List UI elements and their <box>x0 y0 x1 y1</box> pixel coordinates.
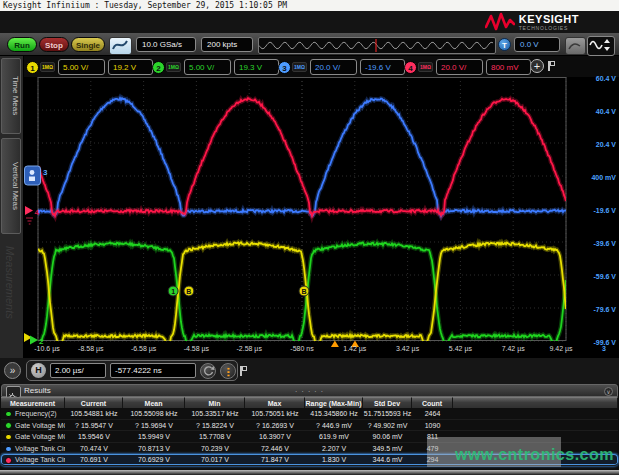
stop-button[interactable]: Stop <box>39 37 69 52</box>
collapse-results-button[interactable]: ∨ <box>604 387 613 396</box>
x-axis-label: -6.58 µs <box>118 345 170 352</box>
ch4-ground-marker-icon <box>25 206 33 215</box>
channel-3-coupling: 1MΩ <box>292 62 307 72</box>
horizontal-badge[interactable]: H <box>31 363 46 378</box>
channel-2-button[interactable]: 2 <box>152 61 165 74</box>
column-header-measurement: Measurement <box>1 397 65 408</box>
measurement-value: 70.6929 V <box>123 454 185 465</box>
channel-2-scale-box[interactable]: 5.00 V/ <box>184 59 231 75</box>
channel-3-scale-box[interactable]: 20.0 V/ <box>310 59 357 75</box>
measurement-value: 71.847 V <box>245 454 305 465</box>
measurement-value: 72.446 V <box>245 443 305 454</box>
y-axis-label: -39.6 V <box>572 240 616 247</box>
title-bar: Keysight Infiniium : Tuesday, September … <box>0 0 619 11</box>
measurement-value: 105.33517 kHz <box>185 408 245 419</box>
autoscale-icon[interactable] <box>587 36 615 56</box>
svg-text:B: B <box>186 288 191 295</box>
expand-panel-button[interactable]: » <box>4 362 21 379</box>
x-axis-label: 9.42 µs <box>535 345 587 352</box>
scope-svg[interactable]: 3 4 2 1 B B <box>24 77 619 358</box>
column-header-current: Current <box>65 397 123 408</box>
run-button[interactable]: Run <box>7 37 37 52</box>
channel-2-offset-box[interactable]: 19.3 V <box>234 59 279 75</box>
measurement-row[interactable]: Gate Voltage MC? 15.9547 V? 15.9694 V? 1… <box>1 420 618 432</box>
measurement-value: ? 15.8224 V <box>185 420 245 431</box>
column-header-std-dev: Std Dev <box>363 397 412 408</box>
bottom-strip <box>0 470 619 475</box>
channel-3-button[interactable]: 3 <box>278 61 291 74</box>
svg-text:4: 4 <box>35 208 40 217</box>
sidebar-tab-time-meas[interactable]: Time Meas <box>1 58 21 134</box>
x-axis-label: -4.58 µs <box>170 345 222 352</box>
column-header-min: Min <box>185 397 245 408</box>
horizontal-center-icon[interactable] <box>200 363 216 379</box>
pin-icon[interactable] <box>548 61 555 71</box>
measurement-value: 2.207 V <box>305 443 363 454</box>
channel-1-button[interactable]: 1 <box>26 61 39 74</box>
column-header-count: Count <box>412 397 453 408</box>
minimize-panel-icon[interactable] <box>565 37 586 55</box>
timebase-scale-box[interactable]: 2.00 µs/ <box>50 363 106 378</box>
keysight-logo: KEYSIGHT TECHNOLOGIES <box>485 12 579 32</box>
y-axis-label: 60.4 V <box>572 75 616 82</box>
measurement-value: ? 16.2693 V <box>245 420 305 431</box>
measurement-value: 415.345860 Hz <box>305 408 363 419</box>
measurement-value: 15.7708 V <box>185 431 245 442</box>
memory-depth-box[interactable]: 200 kpts <box>201 37 253 52</box>
traces[interactable] <box>38 98 566 346</box>
add-waveform-button[interactable]: + <box>530 59 544 73</box>
zoom-mode-icon[interactable] <box>220 363 236 379</box>
measurement-value: 2464 <box>412 408 453 419</box>
scope-canvas[interactable]: 3 4 2 1 B B <box>24 77 619 362</box>
brand-sub: TECHNOLOGIES <box>519 26 579 31</box>
measurement-value: 344.6 mV <box>363 454 412 465</box>
channel-4-coupling: 1MΩ <box>418 62 433 72</box>
channel-4-offset-box[interactable]: 800 mV <box>486 59 531 75</box>
results-table-header: MeasurementCurrentMeanMinMaxRange (Max-M… <box>1 397 618 408</box>
measurement-source-icon <box>5 422 12 429</box>
x-axis-label: 7.42 µs <box>487 345 539 352</box>
acquisition-preview[interactable] <box>258 37 496 54</box>
measurement-value: 619.9 mV <box>305 431 363 442</box>
measurement-value: 105.54881 kHz <box>65 408 123 419</box>
measurement-value: 70.8713 V <box>123 443 185 454</box>
measurement-value: 70.239 V <box>185 443 245 454</box>
channel-1-coupling: 1MΩ <box>40 62 55 72</box>
timebase-position-box[interactable]: -577.4222 ns <box>110 363 196 378</box>
channel-4-button[interactable]: 4 <box>404 61 417 74</box>
results-header[interactable]: Results . . . . . ∨ <box>1 384 618 397</box>
trigger-badge[interactable]: T <box>498 38 511 51</box>
horizontal-group: H 2.00 µs/ -577.4222 ns <box>26 360 238 381</box>
x-axis-label: 3.42 µs <box>382 345 434 352</box>
channel-2-group: 21MΩ5.00 V/19.3 V <box>152 58 279 76</box>
single-button[interactable]: Single <box>71 37 105 52</box>
measurement-value: 90.06 mV <box>363 431 412 442</box>
measurement-row[interactable]: Frequency(2)105.54881 kHz105.55098 kHz10… <box>1 408 618 420</box>
measurement-value: 51.7515593 Hz <box>363 408 412 419</box>
channel-1-scale-box[interactable]: 5.00 V/ <box>58 59 105 75</box>
preview-waveform-icon <box>259 39 493 52</box>
y-axis-label: -19.6 V <box>572 207 616 214</box>
sidebar-tab-vertical-meas[interactable]: Vertical Meas <box>1 138 21 234</box>
channel-1-offset-box[interactable]: 19.2 V <box>108 59 153 75</box>
drag-handle[interactable]: . . . . . <box>2 385 617 395</box>
channel-3-group: 31MΩ20.0 V/-19.6 V <box>278 58 405 76</box>
sample-rate-box[interactable]: 10.0 GSa/s <box>136 37 196 52</box>
trigger-level-box[interactable]: 0.0 V <box>514 37 560 52</box>
left-sidebar: Measurements Time MeasVertical Meas <box>0 56 24 358</box>
measurement-value: 15.9546 V <box>65 431 123 442</box>
measurement-value: 105.75051 kHz <box>245 408 305 419</box>
touch-zones-icon[interactable] <box>109 37 132 55</box>
toolbar: Run Stop Single 10.0 GSa/s 200 kpts T 0.… <box>0 33 619 56</box>
channel-3-offset-box[interactable]: -19.6 V <box>360 59 405 75</box>
waveform-display[interactable]: 3 4 2 1 B B 3 -10.6 µs-8.58 µs-6.58 µs-4… <box>24 77 619 358</box>
svg-text:3: 3 <box>43 168 48 177</box>
channel-4-scale-box[interactable]: 20.0 V/ <box>436 59 483 75</box>
measurement-value: ? 49.902 mV <box>363 420 412 431</box>
measurement-gate-markers[interactable]: 1 B B <box>168 286 309 296</box>
svg-text:1: 1 <box>171 288 175 295</box>
column-header-max: Max <box>245 397 305 408</box>
measurement-source-icon <box>5 434 12 441</box>
x-axis-label: -580 ns <box>276 345 328 352</box>
measurement-value: 15.9949 V <box>123 431 185 442</box>
